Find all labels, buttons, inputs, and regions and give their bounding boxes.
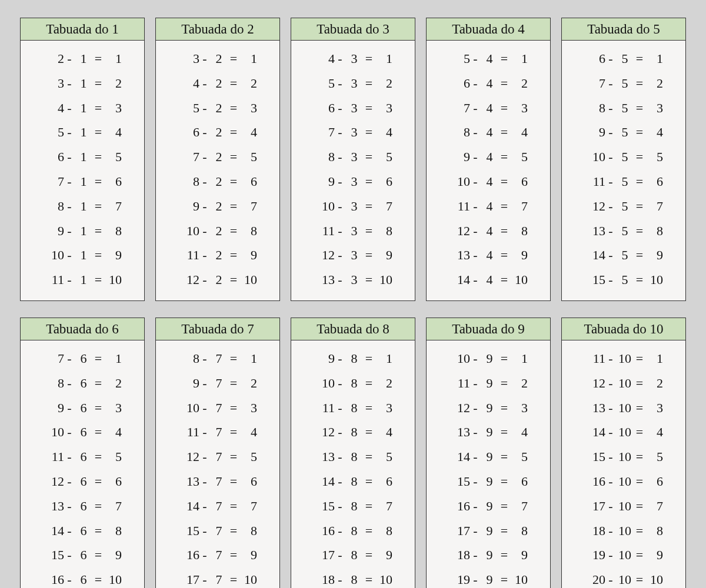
difference: 8 xyxy=(104,519,122,543)
minus-sign: - xyxy=(335,567,345,588)
table-row: 14-10=4 xyxy=(567,420,681,445)
table-body: 11-10=112-10=213-10=314-10=415-10=516-10… xyxy=(562,340,685,588)
difference: 7 xyxy=(375,194,392,219)
subtrahend: 3 xyxy=(345,268,363,292)
subtrahend: 4 xyxy=(481,120,498,145)
minus-sign: - xyxy=(64,219,75,243)
minus-sign: - xyxy=(470,219,481,243)
subtrahend: 5 xyxy=(616,120,634,145)
minuend: 15 xyxy=(449,469,470,494)
minus-sign: - xyxy=(605,46,616,71)
subtrahend: 7 xyxy=(210,371,228,396)
equals-sign: = xyxy=(634,543,645,567)
minus-sign: - xyxy=(199,543,210,567)
equals-sign: = xyxy=(92,469,104,494)
table-row: 13-6=7 xyxy=(25,494,139,519)
subtrahend: 2 xyxy=(210,120,228,145)
equals-sign: = xyxy=(228,145,239,169)
minuend: 13 xyxy=(584,219,605,243)
difference: 3 xyxy=(645,396,663,420)
page: Tabuada do 12-1=13-1=24-1=35-1=46-1=57-1… xyxy=(0,0,706,588)
equals-sign: = xyxy=(363,396,375,420)
difference: 6 xyxy=(239,169,257,194)
subtrahend: 6 xyxy=(75,567,92,588)
minuend: 8 xyxy=(178,346,199,371)
minuend: 13 xyxy=(449,420,470,445)
subtrahend: 4 xyxy=(481,194,498,219)
table-row: 8-4=4 xyxy=(431,120,545,145)
subtrahend: 10 xyxy=(616,519,634,543)
difference: 4 xyxy=(104,420,122,445)
table-body: 5-4=16-4=27-4=38-4=49-4=510-4=611-4=712-… xyxy=(427,41,550,300)
table-row: 18-10=8 xyxy=(567,519,681,543)
table-row: 11-7=4 xyxy=(161,420,275,445)
minuend: 3 xyxy=(178,46,199,71)
minuend: 13 xyxy=(584,396,605,420)
subtrahend: 10 xyxy=(616,469,634,494)
minus-sign: - xyxy=(605,268,616,292)
minuend: 9 xyxy=(43,219,64,243)
difference: 3 xyxy=(104,396,122,420)
equals-sign: = xyxy=(634,396,645,420)
difference: 10 xyxy=(645,268,663,292)
difference: 4 xyxy=(375,120,392,145)
minuend: 15 xyxy=(43,543,64,567)
equals-sign: = xyxy=(92,46,104,71)
equals-sign: = xyxy=(363,96,375,121)
minus-sign: - xyxy=(470,346,481,371)
difference: 4 xyxy=(645,420,663,445)
table-row: 12-2=10 xyxy=(161,268,275,292)
table-row: 4-3=1 xyxy=(296,46,410,71)
minuend: 12 xyxy=(449,219,470,243)
table-card-3: Tabuada do 34-3=15-3=26-3=37-3=48-3=59-3… xyxy=(291,18,415,301)
minus-sign: - xyxy=(335,469,345,494)
table-row: 8-2=6 xyxy=(161,169,275,194)
equals-sign: = xyxy=(92,71,104,96)
equals-sign: = xyxy=(363,145,375,169)
table-row: 11-4=7 xyxy=(431,194,545,219)
minuend: 3 xyxy=(43,71,64,96)
minuend: 11 xyxy=(449,371,470,396)
minus-sign: - xyxy=(64,120,75,145)
equals-sign: = xyxy=(92,219,104,243)
table-row: 10-6=4 xyxy=(25,420,139,445)
table-row: 15-5=10 xyxy=(567,268,681,292)
table-row: 6-4=2 xyxy=(431,71,545,96)
equals-sign: = xyxy=(92,543,104,567)
table-body: 10-9=111-9=212-9=313-9=414-9=515-9=616-9… xyxy=(427,340,550,588)
difference: 1 xyxy=(645,46,663,71)
minus-sign: - xyxy=(64,346,75,371)
minus-sign: - xyxy=(470,396,481,420)
equals-sign: = xyxy=(634,494,645,519)
minuend: 9 xyxy=(314,346,335,371)
table-row: 5-2=3 xyxy=(161,96,275,121)
minus-sign: - xyxy=(199,96,210,121)
minus-sign: - xyxy=(335,396,345,420)
equals-sign: = xyxy=(363,169,375,194)
difference: 5 xyxy=(510,145,528,169)
subtrahend: 3 xyxy=(345,243,363,268)
equals-sign: = xyxy=(634,96,645,121)
minus-sign: - xyxy=(470,169,481,194)
table-row: 2-1=1 xyxy=(25,46,139,71)
subtrahend: 2 xyxy=(210,71,228,96)
minus-sign: - xyxy=(335,71,345,96)
table-row: 15-8=7 xyxy=(296,494,410,519)
minuend: 2 xyxy=(43,46,64,71)
minuend: 10 xyxy=(584,145,605,169)
equals-sign: = xyxy=(498,543,510,567)
subtrahend: 1 xyxy=(75,46,92,71)
table-row: 19-9=10 xyxy=(431,567,545,588)
equals-sign: = xyxy=(634,371,645,396)
equals-sign: = xyxy=(228,46,239,71)
difference: 3 xyxy=(104,96,122,121)
difference: 4 xyxy=(239,420,257,445)
minus-sign: - xyxy=(605,494,616,519)
equals-sign: = xyxy=(228,346,239,371)
subtrahend: 8 xyxy=(345,396,363,420)
minus-sign: - xyxy=(335,243,345,268)
table-row: 4-1=3 xyxy=(25,96,139,121)
equals-sign: = xyxy=(228,567,239,588)
minuend: 11 xyxy=(584,346,605,371)
table-row: 10-5=5 xyxy=(567,145,681,169)
